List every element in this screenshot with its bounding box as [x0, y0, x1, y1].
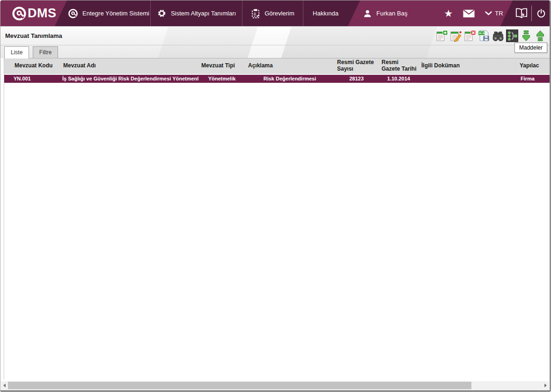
menu-label: Entegre Yönetim Sistemi [82, 10, 149, 17]
chevron-down-icon[interactable] [485, 11, 492, 15]
app-window: DMS Entegre Yönetim Sistemi [0, 0, 551, 392]
column-header[interactable]: Yapılac [517, 58, 550, 74]
cell-ilgili-dokuman [419, 74, 517, 83]
grid-panel: Mevzuat Kodu Mevzuat Adı Mevzuat Tipi Aç… [4, 58, 550, 379]
column-header[interactable]: İlgili Doküman [419, 58, 517, 74]
qdms-logo-icon [12, 6, 27, 21]
top-navigation-bar: DMS Entegre Yönetim Sistemi [0, 0, 550, 26]
table-row-selected[interactable]: YN.001 İş Sağlığı ve Güvenliği Risk Değe… [4, 74, 550, 83]
user-icon [363, 9, 372, 18]
cell-resmi-gazete-tarihi: 1.10.2014 [379, 74, 419, 83]
menu-sistem-altyapi-tanimlari[interactable]: Sistem Altyapı Tanımları [151, 0, 242, 26]
scroll-left-arrow[interactable] [1, 381, 8, 390]
delete-record-button[interactable] [464, 29, 476, 42]
user-section: Furkan Baş ★ TR [348, 0, 513, 26]
new-record-button[interactable] [436, 29, 448, 42]
topbar-divider [531, 6, 532, 21]
column-header[interactable]: Açıklama [245, 58, 334, 74]
maddeler-tooltip: Maddeler [514, 43, 547, 53]
edit-record-button[interactable] [450, 29, 462, 42]
excel-export-button[interactable]: XLS [478, 29, 490, 42]
title-bar: Mevzuat Tanımlama [0, 27, 550, 45]
menu-label: Görevlerim [264, 10, 294, 17]
menu-label: Hakkında [313, 10, 338, 17]
cell-mevzuat-kodu: YN.001 [4, 74, 60, 83]
menu-gorevlerim[interactable]: Görevlerim [242, 0, 303, 26]
cell-mevzuat-adi: İş Sağlığı ve Güvenliği Risk Değerlendir… [60, 74, 198, 83]
messages-envelope-icon[interactable] [463, 9, 475, 18]
move-up-button[interactable] [534, 29, 546, 42]
language-selector[interactable]: TR [495, 10, 503, 17]
column-header[interactable]: Resmi Gazete Tarihi [379, 58, 419, 74]
tasks-clipboard-icon [251, 8, 260, 19]
help-book-icon[interactable] [512, 0, 531, 26]
page-title: Mevzuat Tanımlama [5, 32, 62, 39]
cell-mevzuat-tipi: Yönetmelik [198, 74, 245, 83]
mevzuat-table: Mevzuat Kodu Mevzuat Adı Mevzuat Tipi Aç… [4, 58, 550, 83]
gear-icon [157, 8, 167, 18]
cell-yapilacak: Firma [517, 74, 550, 83]
cell-aciklama: Risk Değerlendirmesi [245, 74, 334, 83]
column-header[interactable]: Mevzuat Tipi [198, 58, 245, 74]
menu-entegre-yonetim-sistemi[interactable]: Entegre Yönetim Sistemi [67, 0, 150, 26]
user-name[interactable]: Furkan Baş [376, 10, 407, 17]
page-header: Mevzuat Tanımlama [0, 26, 550, 58]
column-header[interactable]: Mevzuat Kodu [4, 58, 60, 74]
search-binoculars-button[interactable] [492, 29, 504, 42]
qdms-logo[interactable]: DMS [0, 0, 67, 26]
scrollbar-thumb[interactable] [8, 382, 471, 389]
column-header[interactable]: Resmi Gazete Sayısı [334, 58, 379, 74]
horizontal-scrollbar[interactable] [1, 381, 549, 390]
column-header[interactable]: Mevzuat Adı [60, 58, 198, 74]
brand-text: DMS [28, 6, 57, 21]
menu-hakkinda[interactable]: Hakkında [303, 0, 348, 26]
move-down-button[interactable] [520, 29, 532, 42]
grid-toolbar: XLS [436, 29, 546, 42]
svg-text:XLS: XLS [478, 31, 484, 35]
table-header-row: Mevzuat Kodu Mevzuat Adı Mevzuat Tipi Aç… [4, 58, 550, 74]
tab-strip: Liste Filtre [0, 46, 550, 58]
logout-power-icon[interactable] [532, 0, 550, 26]
tab-filtre[interactable]: Filtre [33, 46, 59, 58]
scroll-right-arrow[interactable] [542, 381, 549, 390]
qdms-ring-icon [68, 8, 78, 19]
tab-liste[interactable]: Liste [4, 46, 29, 58]
menu-label: Sistem Altyapı Tanımları [171, 10, 236, 17]
favorites-star-icon[interactable]: ★ [444, 8, 453, 18]
cell-resmi-gazete-sayisi: 28123 [334, 74, 379, 83]
maddeler-tree-button[interactable] [506, 29, 518, 42]
